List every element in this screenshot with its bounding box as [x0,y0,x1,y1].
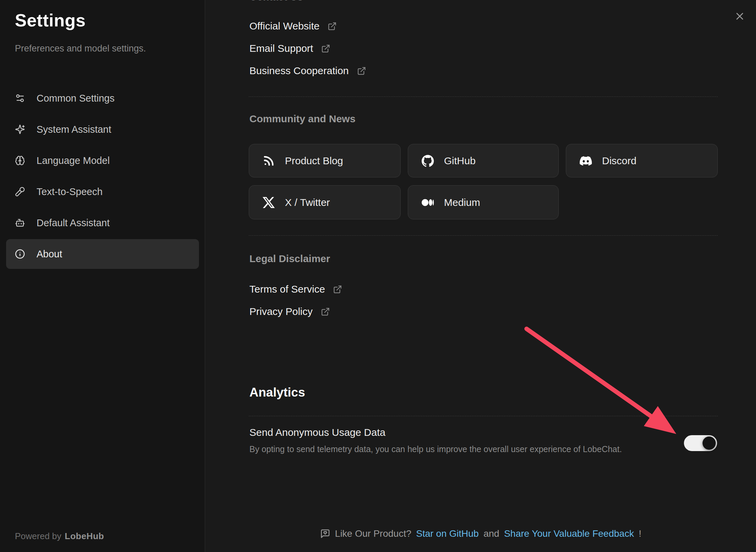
section-divider [249,416,718,416]
external-link-icon [357,66,366,76]
sidebar-item-text-to-speech[interactable]: Text-to-Speech [6,177,199,207]
external-link-icon [321,307,330,316]
share-feedback-link[interactable]: Share Your Valuable Feedback [504,528,634,539]
sidebar-item-label: Text-to-Speech [37,186,103,197]
footer-text: ! [639,528,641,539]
terms-of-service-link[interactable]: Terms of Service [249,283,342,295]
sidebar-item-language-model[interactable]: Language Model [6,146,199,175]
close-button[interactable] [730,7,749,26]
toggle-knob [703,437,716,450]
rss-icon [263,155,275,167]
send-usage-data-label: Send Anonymous Usage Data [249,427,385,438]
sidebar-item-label: Common Settings [37,93,115,104]
sparkles-icon [15,124,25,134]
sidebar-item-label: About [37,249,62,260]
link-label: Privacy Policy [249,306,313,317]
sidebar-item-common-settings[interactable]: Common Settings [6,83,199,113]
powered-by: Powered byLobeHub [15,531,104,542]
page-subtitle: Preferences and model settings. [15,43,146,54]
feedback-bubble-icon [320,529,330,539]
mic-icon [15,187,25,197]
product-blog-button[interactable]: Product Blog [249,144,401,177]
main-footer: Like Our Product? Star on GitHub and Sha… [205,528,756,539]
page-title: Settings [15,10,86,30]
link-label: Email Support [249,43,313,54]
official-website-link[interactable]: Official Website [249,20,337,32]
github-icon [422,155,434,167]
close-icon [734,10,746,22]
sidebar-item-label: Language Model [37,155,110,166]
powered-by-label: Powered by [15,531,61,541]
footer-text: and [484,528,499,539]
button-label: X / Twitter [285,197,330,208]
button-label: Product Blog [285,155,343,167]
external-link-icon [321,44,330,53]
button-label: Medium [444,197,480,208]
discord-button[interactable]: Discord [566,144,718,177]
privacy-policy-link[interactable]: Privacy Policy [249,306,330,317]
github-button[interactable]: GitHub [408,144,559,177]
external-link-icon [333,285,342,294]
x-twitter-button[interactable]: X / Twitter [249,185,401,219]
x-twitter-icon [263,196,275,209]
send-usage-data-description: By opting to send telemetry data, you ca… [249,444,622,454]
section-divider [249,235,718,236]
send-usage-data-toggle[interactable] [684,435,717,451]
brand-logo: LobeHub [65,531,104,541]
sidebar-item-default-assistant[interactable]: Default Assistant [6,208,199,238]
star-on-github-link[interactable]: Star on GitHub [416,528,479,539]
sidebar-item-label: Default Assistant [37,217,110,229]
bot-icon [15,218,25,228]
info-icon [15,249,25,259]
sidebar-item-about[interactable]: About [6,239,199,269]
button-label: Discord [602,155,637,167]
footer-text: Like Our Product? [335,528,412,539]
community-section-heading: Community and News [249,113,355,125]
link-label: Official Website [249,20,319,32]
brain-icon [15,155,25,166]
link-label: Terms of Service [249,283,325,295]
section-divider [249,97,718,97]
medium-button[interactable]: Medium [408,185,559,219]
sidebar-item-system-assistant[interactable]: System Assistant [6,114,199,144]
contact-section-heading: Contact Us [249,0,303,3]
legal-section-heading: Legal Disclaimer [249,253,330,264]
button-label: GitHub [444,155,475,167]
about-settings-panel: Contact Us Official Website Email Suppor… [205,0,756,552]
external-link-icon [328,22,337,31]
sliders-icon [15,93,25,103]
medium-icon [422,196,434,209]
discord-icon [580,155,592,167]
analytics-section-heading: Analytics [249,385,305,400]
email-support-link[interactable]: Email Support [249,43,330,54]
settings-nav: Common Settings System Assistant Languag… [6,83,199,270]
business-cooperation-link[interactable]: Business Cooperation [249,65,366,77]
sidebar-item-label: System Assistant [37,124,111,135]
settings-sidebar: Settings Preferences and model settings.… [0,0,205,552]
link-label: Business Cooperation [249,65,349,77]
